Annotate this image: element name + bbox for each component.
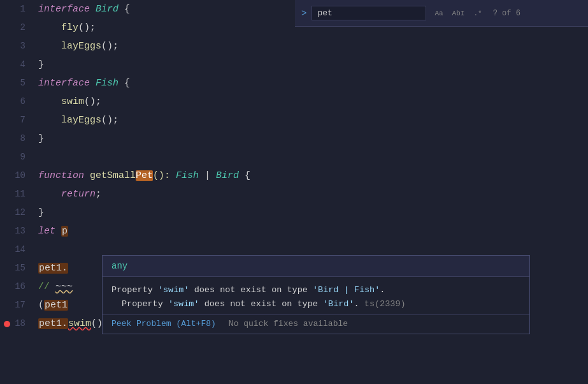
error-popup: any Property 'swim' does not exist on ty… bbox=[102, 255, 530, 334]
popup-type-row: any bbox=[103, 256, 529, 277]
code-line-11: 11 return; bbox=[0, 185, 588, 203]
line-number: 13 bbox=[0, 222, 38, 240]
line-number: 1 bbox=[0, 0, 38, 18]
line-content: let p bbox=[38, 222, 588, 240]
line-number: 7 bbox=[0, 111, 38, 129]
line-number: 11 bbox=[0, 185, 38, 203]
line-number: 12 bbox=[0, 203, 38, 222]
popup-error-line2: Property 'swim' does not exist on type '… bbox=[111, 297, 520, 311]
search-arrow-icon[interactable]: > bbox=[301, 8, 306, 18]
code-line-12: 12 } bbox=[0, 203, 588, 222]
line-number: 5 bbox=[0, 74, 38, 92]
line-content: } bbox=[38, 203, 588, 222]
line-content: layEggs(); bbox=[38, 111, 588, 129]
line-number: 3 bbox=[0, 37, 38, 55]
line-number: 8 bbox=[0, 129, 38, 148]
code-line-9: 9 bbox=[0, 148, 588, 166]
line-number: 9 bbox=[0, 148, 38, 166]
code-line-3: 3 layEggs(); bbox=[0, 37, 588, 55]
line-number: 10 bbox=[0, 166, 38, 185]
code-line-7: 7 layEggs(); bbox=[0, 111, 588, 129]
line-number: 4 bbox=[0, 55, 38, 74]
code-line-13: 13 let p bbox=[0, 222, 588, 240]
line-number: 14 bbox=[0, 240, 38, 259]
line-number: 17 bbox=[0, 296, 38, 314]
popup-error-text: Property 'swim' does not exist on type '… bbox=[103, 277, 529, 314]
line-content: } bbox=[38, 129, 588, 148]
popup-actions: Peek Problem (Alt+F8) No quick fixes ava… bbox=[103, 314, 529, 334]
line-content: return; bbox=[38, 185, 588, 203]
line-number: 2 bbox=[0, 18, 38, 37]
error-dot-icon bbox=[4, 321, 10, 327]
search-options: Aa AbI .* bbox=[431, 8, 485, 19]
code-line-10: 10 function getSmallPet(): Fish | Bird { bbox=[0, 166, 588, 185]
code-line-4: 4 } bbox=[0, 55, 588, 74]
no-fixes-label: No quick fixes available bbox=[229, 319, 348, 329]
line-content: swim(); bbox=[38, 92, 588, 111]
search-bar: > Aa AbI .* ? of 6 bbox=[295, 0, 588, 27]
search-input[interactable] bbox=[312, 6, 426, 20]
search-count: ? of 6 bbox=[493, 9, 520, 18]
line-content: function getSmallPet(): Fish | Bird { bbox=[38, 166, 588, 185]
match-case-button[interactable]: Aa bbox=[431, 8, 446, 19]
line-content: } bbox=[38, 55, 588, 74]
peek-problem-link[interactable]: Peek Problem (Alt+F8) bbox=[111, 319, 216, 329]
line-number: 15 bbox=[0, 259, 38, 277]
popup-type-label: any bbox=[111, 261, 127, 271]
regex-button[interactable]: .* bbox=[470, 8, 485, 19]
line-number: 6 bbox=[0, 92, 38, 111]
line-content: layEggs(); bbox=[38, 37, 588, 55]
whole-word-button[interactable]: AbI bbox=[449, 8, 468, 19]
line-number: 16 bbox=[0, 277, 38, 296]
code-line-5: 5 interface Fish { bbox=[0, 74, 588, 92]
code-line-8: 8 } bbox=[0, 129, 588, 148]
code-line-6: 6 swim(); bbox=[0, 92, 588, 111]
popup-error-line1: Property 'swim' does not exist on type '… bbox=[111, 283, 520, 297]
line-content: interface Fish { bbox=[38, 74, 588, 92]
